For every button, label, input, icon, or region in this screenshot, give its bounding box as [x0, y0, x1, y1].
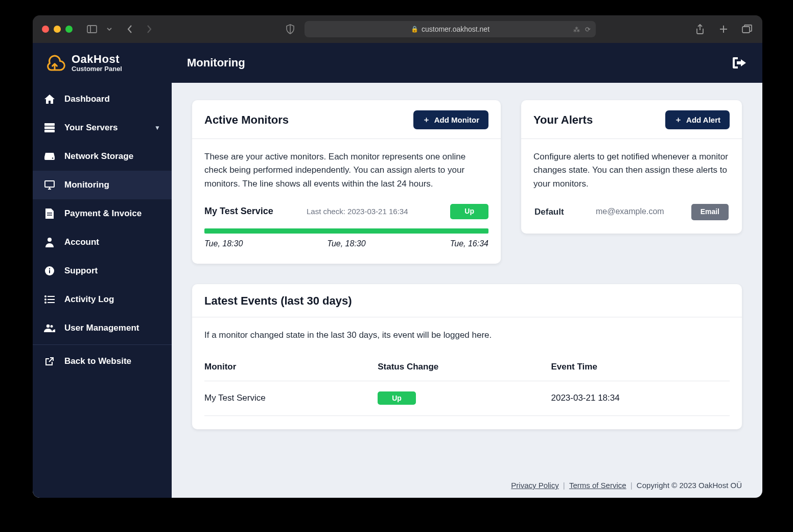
home-icon [44, 95, 55, 104]
sidebar-item-label: Your Servers [64, 123, 118, 133]
svg-rect-17 [49, 270, 50, 273]
sidebar-item-label: Monitoring [64, 180, 109, 190]
svg-rect-24 [48, 302, 55, 303]
events-description: If a monitor changed state in the last 3… [204, 329, 730, 342]
status-badge: Up [378, 391, 416, 405]
svg-point-21 [44, 298, 46, 300]
sidebar-item-label: Payment & Invoice [64, 209, 142, 219]
logout-icon [732, 56, 747, 70]
sidebar-item-payment[interactable]: Payment & Invoice [33, 199, 172, 228]
svg-point-15 [48, 238, 52, 242]
svg-point-26 [51, 325, 53, 328]
svg-rect-13 [47, 213, 52, 214]
sidebar: OakHost Customer Panel Dashboard Your Se… [33, 43, 172, 498]
nav-separator [33, 344, 172, 345]
svg-rect-10 [45, 181, 54, 187]
sidebar-item-account[interactable]: Account [33, 228, 172, 257]
window-close-button[interactable] [42, 26, 49, 33]
topbar: Monitoring [172, 43, 762, 83]
sidebar-nav: Dashboard Your Servers ▼ Network Storage… [33, 83, 172, 376]
svg-rect-8 [44, 130, 55, 132]
svg-point-19 [44, 295, 46, 297]
events-heading: Latest Events (last 30 days) [204, 294, 352, 308]
chevron-down-icon: ▼ [154, 124, 160, 131]
list-icon [44, 295, 55, 304]
share-icon[interactable] [694, 24, 706, 34]
status-badge: Up [450, 204, 488, 219]
active-monitors-heading: Active Monitors [204, 113, 289, 127]
add-alert-button[interactable]: ＋ Add Alert [665, 110, 730, 129]
svg-point-25 [46, 325, 50, 328]
monitor-item[interactable]: My Test Service Last check: 2023-03-21 1… [204, 204, 488, 250]
col-time: Event Time [551, 353, 730, 381]
alert-name: Default [534, 205, 596, 219]
chevron-down-icon[interactable] [106, 28, 112, 31]
browser-window: 🔒 customer.oakhost.net ⁂ ⟳ [33, 15, 762, 498]
invoice-icon [44, 209, 55, 219]
privacy-link[interactable]: Privacy Policy [511, 481, 558, 490]
add-monitor-button[interactable]: ＋ Add Monitor [413, 110, 488, 129]
col-monitor: Monitor [204, 353, 378, 381]
alert-type-badge: Email [691, 204, 729, 220]
reload-icon[interactable]: ⟳ [585, 26, 591, 33]
timeline-label-end: Tue, 16:34 [450, 238, 488, 250]
alerts-card: Your Alerts ＋ Add Alert Configure alerts… [521, 100, 742, 234]
users-icon [44, 324, 55, 332]
sidebar-toggle-icon[interactable] [86, 25, 98, 33]
svg-rect-22 [48, 299, 55, 300]
external-link-icon [44, 357, 55, 366]
monitor-icon [44, 180, 55, 190]
brand-name: OakHost [72, 53, 122, 65]
footer: Privacy Policy | Terms of Service | Copy… [172, 474, 762, 498]
sidebar-item-label: Dashboard [64, 94, 110, 104]
sidebar-item-monitoring[interactable]: Monitoring [33, 171, 172, 199]
sidebar-item-back-to-website[interactable]: Back to Website [33, 347, 172, 376]
plus-icon: ＋ [674, 115, 682, 125]
shield-icon[interactable] [284, 24, 296, 34]
nav-forward-button[interactable] [143, 25, 155, 34]
content: Active Monitors ＋ Add Monitor These are … [172, 83, 762, 474]
svg-rect-5 [742, 27, 750, 33]
table-row[interactable]: My Test Service Up 2023-03-21 18:34 [204, 381, 730, 415]
alert-item[interactable]: Default me@example.com Email [533, 204, 730, 220]
events-card: Latest Events (last 30 days) If a monito… [192, 284, 742, 429]
svg-rect-20 [48, 296, 55, 297]
add-monitor-label: Add Monitor [434, 115, 479, 124]
events-table: Monitor Status Change Event Time My Test… [204, 353, 730, 416]
sidebar-item-activity[interactable]: Activity Log [33, 285, 172, 314]
url-text: customer.oakhost.net [422, 25, 489, 33]
timeline-labels: Tue, 18:30 Tue, 18:30 Tue, 16:34 [204, 238, 488, 250]
brand[interactable]: OakHost Customer Panel [33, 43, 172, 83]
sidebar-item-storage[interactable]: Network Storage [33, 142, 172, 171]
sidebar-item-label: Activity Log [64, 294, 114, 305]
hard-drive-icon [44, 153, 55, 160]
tabs-overview-icon[interactable] [741, 24, 753, 34]
add-alert-label: Add Alert [686, 115, 720, 124]
translate-icon[interactable]: ⁂ [573, 26, 580, 33]
alerts-description: Configure alerts to get notified wheneve… [533, 150, 730, 191]
brand-logo-icon [44, 52, 65, 74]
sidebar-item-dashboard[interactable]: Dashboard [33, 85, 172, 113]
nav-back-button[interactable] [124, 25, 136, 34]
terms-link[interactable]: Terms of Service [569, 481, 626, 490]
server-icon [44, 123, 55, 132]
svg-point-23 [44, 302, 46, 304]
url-bar[interactable]: 🔒 customer.oakhost.net ⁂ ⟳ [305, 21, 596, 37]
svg-rect-7 [44, 127, 55, 129]
window-zoom-button[interactable] [65, 26, 73, 33]
sidebar-item-support[interactable]: Support [33, 257, 172, 285]
app-viewport: OakHost Customer Panel Dashboard Your Se… [33, 43, 762, 498]
logout-button[interactable] [732, 56, 747, 70]
monitor-name: My Test Service [204, 204, 307, 219]
window-minimize-button[interactable] [54, 26, 61, 33]
copyright-text: Copyright © 2023 OakHost OÜ [637, 481, 742, 490]
sidebar-item-servers[interactable]: Your Servers ▼ [33, 113, 172, 142]
active-monitors-description: These are your active monitors. Each mon… [204, 150, 488, 191]
window-controls [42, 26, 73, 33]
sidebar-item-users[interactable]: User Management [33, 314, 172, 342]
brand-subtitle: Customer Panel [72, 65, 122, 73]
event-time: 2023-03-21 18:34 [551, 381, 730, 415]
new-tab-icon[interactable] [717, 24, 730, 34]
event-monitor: My Test Service [204, 381, 378, 415]
col-status: Status Change [378, 353, 551, 381]
